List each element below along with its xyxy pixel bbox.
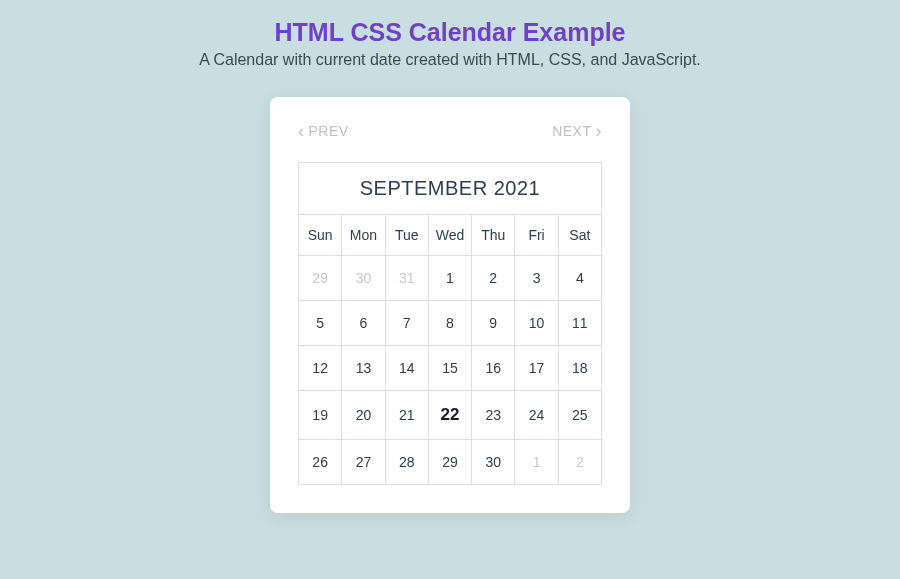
calendar-day[interactable]: 12 <box>299 346 342 391</box>
calendar-day[interactable]: 13 <box>342 346 385 391</box>
calendar-day[interactable]: 7 <box>385 301 428 346</box>
calendar-day[interactable]: 3 <box>515 256 558 301</box>
calendar-day[interactable]: 28 <box>385 440 428 485</box>
day-headers-row: SunMonTueWedThuFriSat <box>299 215 602 256</box>
calendar-day[interactable]: 24 <box>515 391 558 440</box>
next-month-button[interactable]: NEXT › <box>552 122 602 140</box>
calendar-day[interactable]: 6 <box>342 301 385 346</box>
calendar-day[interactable]: 29 <box>299 256 342 301</box>
calendar-day[interactable]: 11 <box>558 301 601 346</box>
calendar-day[interactable]: 25 <box>558 391 601 440</box>
calendar-week-row: 12131415161718 <box>299 346 602 391</box>
calendar-day[interactable]: 23 <box>472 391 515 440</box>
calendar-week-row: 19202122232425 <box>299 391 602 440</box>
calendar-day[interactable]: 2 <box>472 256 515 301</box>
next-label: NEXT <box>552 123 591 139</box>
calendar-nav: ‹ PREV NEXT › <box>298 122 602 140</box>
calendar-day[interactable]: 26 <box>299 440 342 485</box>
calendar-day[interactable]: 15 <box>428 346 471 391</box>
calendar-week-row: 567891011 <box>299 301 602 346</box>
calendar-day[interactable]: 14 <box>385 346 428 391</box>
calendar-day[interactable]: 2 <box>558 440 601 485</box>
calendar-day[interactable]: 1 <box>428 256 471 301</box>
calendar-day[interactable]: 20 <box>342 391 385 440</box>
calendar-day[interactable]: 30 <box>342 256 385 301</box>
day-header: Sun <box>299 215 342 256</box>
prev-label: PREV <box>309 123 349 139</box>
chevron-left-icon: ‹ <box>298 122 305 140</box>
day-header: Thu <box>472 215 515 256</box>
calendar-day[interactable]: 29 <box>428 440 471 485</box>
calendar-day[interactable]: 9 <box>472 301 515 346</box>
calendar-week-row: 2930311234 <box>299 256 602 301</box>
day-header: Sat <box>558 215 601 256</box>
calendar-day[interactable]: 8 <box>428 301 471 346</box>
month-year-header: SEPTEMBER 2021 <box>299 163 602 215</box>
calendar-day-today[interactable]: 22 <box>428 391 471 440</box>
day-header: Mon <box>342 215 385 256</box>
prev-month-button[interactable]: ‹ PREV <box>298 122 349 140</box>
chevron-right-icon: › <box>596 122 603 140</box>
calendar-day[interactable]: 10 <box>515 301 558 346</box>
calendar-day[interactable]: 18 <box>558 346 601 391</box>
day-header: Tue <box>385 215 428 256</box>
calendar-day[interactable]: 16 <box>472 346 515 391</box>
calendar-day[interactable]: 31 <box>385 256 428 301</box>
calendar-day[interactable]: 30 <box>472 440 515 485</box>
calendar-table: SEPTEMBER 2021 SunMonTueWedThuFriSat 293… <box>298 162 602 485</box>
page-subtitle: A Calendar with current date created wit… <box>199 51 701 69</box>
page-title: HTML CSS Calendar Example <box>274 18 625 47</box>
calendar-day[interactable]: 4 <box>558 256 601 301</box>
calendar-day[interactable]: 27 <box>342 440 385 485</box>
day-header: Wed <box>428 215 471 256</box>
calendar-day[interactable]: 21 <box>385 391 428 440</box>
calendar-day[interactable]: 19 <box>299 391 342 440</box>
calendar-week-row: 262728293012 <box>299 440 602 485</box>
calendar-day[interactable]: 17 <box>515 346 558 391</box>
calendar-card: ‹ PREV NEXT › SEPTEMBER 2021 SunMonTueWe… <box>270 97 630 513</box>
calendar-day[interactable]: 5 <box>299 301 342 346</box>
day-header: Fri <box>515 215 558 256</box>
calendar-day[interactable]: 1 <box>515 440 558 485</box>
